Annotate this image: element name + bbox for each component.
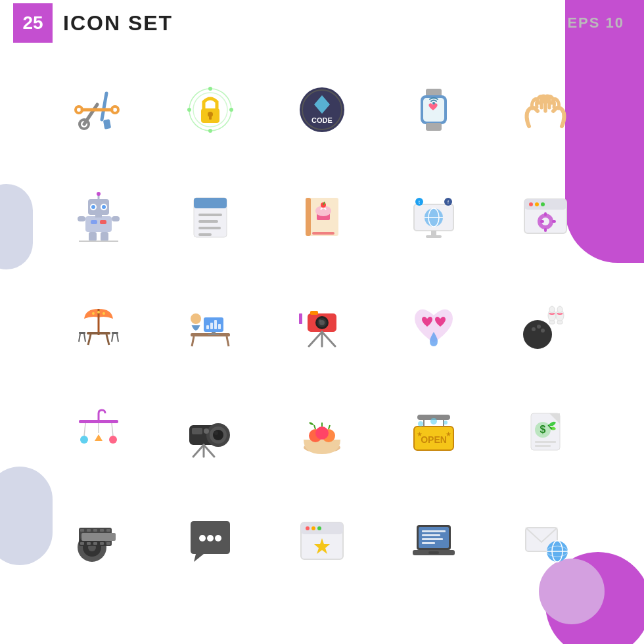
svg-point-90: [103, 312, 105, 315]
svg-text:★: ★: [446, 430, 451, 438]
svg-point-183: [215, 535, 221, 541]
svg-point-29: [91, 205, 95, 209]
svg-rect-107: [310, 311, 318, 315]
svg-point-127: [80, 436, 88, 444]
svg-line-87: [117, 334, 118, 342]
svg-point-157: [444, 421, 448, 425]
icon-smartwatch: [381, 59, 486, 160]
svg-point-181: [199, 535, 206, 541]
svg-rect-109: [299, 313, 302, 324]
svg-line-110: [309, 332, 322, 346]
svg-rect-176: [87, 542, 91, 545]
svg-rect-11: [209, 116, 212, 120]
svg-rect-47: [198, 233, 212, 236]
svg-point-137: [204, 428, 209, 434]
svg-rect-118: [557, 321, 563, 324]
svg-rect-82: [79, 332, 85, 334]
svg-point-120: [532, 327, 536, 331]
svg-point-158: [430, 418, 437, 425]
svg-rect-37: [101, 232, 108, 241]
svg-rect-24: [426, 123, 442, 131]
svg-point-71: [541, 202, 545, 206]
icon-heart-water: [381, 275, 486, 376]
svg-line-93: [227, 336, 229, 346]
svg-rect-36: [89, 232, 97, 241]
svg-line-126: [112, 423, 113, 436]
svg-rect-98: [206, 325, 209, 329]
svg-rect-65: [426, 235, 442, 238]
svg-point-156: [418, 421, 423, 426]
icon-chat-bubble: [158, 490, 263, 591]
svg-line-146: [329, 425, 330, 429]
svg-line-2: [102, 93, 106, 120]
svg-line-138: [193, 445, 204, 457]
icon-bowling: [493, 275, 598, 376]
icon-film-roll: [46, 490, 151, 591]
svg-rect-136: [192, 428, 202, 434]
icon-camera-tripod: [269, 275, 375, 376]
icon-desk-work: [158, 275, 263, 376]
svg-point-129: [109, 436, 117, 444]
svg-rect-54: [312, 232, 334, 235]
svg-point-27: [97, 192, 101, 196]
svg-rect-39: [112, 216, 120, 221]
icon-laptop: [381, 490, 486, 591]
svg-point-114: [549, 306, 555, 313]
svg-rect-177: [93, 542, 97, 545]
svg-point-69: [529, 202, 533, 206]
svg-rect-99: [210, 323, 213, 329]
icon-baby-mobile: [46, 382, 151, 484]
svg-point-119: [523, 320, 552, 349]
svg-rect-33: [95, 214, 102, 218]
svg-point-89: [92, 312, 95, 315]
svg-text:CODE: CODE: [311, 116, 333, 124]
svg-rect-96: [208, 334, 219, 335]
svg-rect-171: [87, 529, 91, 532]
icon-tools: [46, 59, 151, 160]
svg-point-88: [97, 311, 100, 313]
svg-rect-198: [422, 542, 435, 544]
svg-point-144: [315, 426, 329, 440]
svg-rect-34: [91, 220, 97, 224]
icon-fruit-bowl: [269, 382, 375, 484]
svg-point-31: [102, 205, 106, 209]
svg-point-70: [535, 202, 539, 206]
svg-rect-44: [198, 214, 222, 216]
icon-money-plant: $: [493, 382, 598, 484]
svg-line-92: [192, 336, 194, 346]
svg-point-23: [432, 102, 435, 104]
svg-point-135: [214, 431, 218, 435]
svg-text:f: f: [448, 200, 449, 204]
svg-rect-180: [81, 533, 116, 541]
svg-rect-46: [198, 227, 221, 229]
icon-grid: CODE: [39, 46, 605, 605]
svg-point-15: [208, 129, 212, 133]
icon-recipe-book: [269, 167, 375, 268]
icon-video-camera: [158, 382, 263, 484]
svg-point-121: [537, 325, 541, 329]
svg-point-187: [306, 526, 310, 530]
svg-rect-115: [549, 321, 555, 324]
svg-rect-101: [218, 324, 221, 329]
icon-open-sign: OPEN ★ ★: [381, 382, 486, 484]
icon-email-globe: [493, 490, 598, 591]
svg-rect-3: [103, 119, 111, 129]
svg-text:OPEN: OPEN: [421, 434, 447, 445]
svg-line-86: [112, 334, 113, 342]
svg-point-14: [187, 108, 191, 112]
svg-rect-77: [552, 220, 556, 223]
header-format: EPS 10: [567, 14, 624, 32]
header-number: 25: [13, 3, 53, 43]
svg-rect-178: [100, 542, 104, 545]
svg-line-140: [204, 445, 214, 457]
icon-outdoor-dining: [46, 275, 151, 376]
svg-point-122: [541, 329, 545, 333]
svg-rect-196: [422, 534, 440, 536]
svg-rect-79: [87, 332, 110, 334]
svg-rect-85: [112, 332, 118, 334]
svg-point-189: [317, 526, 321, 530]
icon-document-list: [158, 167, 263, 268]
svg-line-81: [106, 334, 109, 345]
svg-point-13: [229, 108, 233, 112]
icon-hands: [493, 59, 598, 160]
